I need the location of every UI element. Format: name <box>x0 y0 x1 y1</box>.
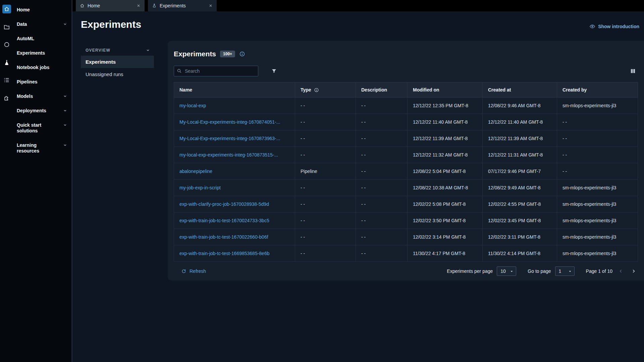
sidebar-item-label: Pipelines <box>17 79 57 85</box>
column-header-created-at: Created at <box>483 82 557 98</box>
experiments-panel: Experiments 100+ Na <box>168 41 644 281</box>
experiment-name-link[interactable]: My-Local-Exp-experiments-integ-167087396… <box>179 136 280 141</box>
table-header-row: Name Type Description Modified on Create… <box>174 82 638 98</box>
tab-home[interactable]: Home <box>76 0 145 11</box>
column-settings-button[interactable] <box>630 68 636 74</box>
per-page-value: 10 <box>500 268 506 274</box>
sidebar-item-label: Models <box>17 94 57 99</box>
tab-experiments[interactable]: Experiments <box>148 0 217 11</box>
home-icon <box>4 6 10 12</box>
subnav-item-experiments[interactable]: Experiments <box>81 56 154 68</box>
eye-icon <box>589 23 595 29</box>
rail-experiments-button[interactable] <box>2 58 11 67</box>
chevron-down-icon <box>63 123 67 127</box>
experiment-name-link[interactable]: my-local-exp-experiments-integ-167087351… <box>179 152 278 158</box>
table-row[interactable]: exp-with-train-job-tc-test-1670024733-3b… <box>174 213 638 229</box>
close-icon[interactable] <box>207 2 214 9</box>
home-icon <box>80 3 85 8</box>
subnav-item-unassigned-runs[interactable]: Unassigned runs <box>81 68 154 80</box>
experiment-name-link[interactable]: my-local-exp <box>179 103 206 108</box>
sidebar-item-quick-start-solutions[interactable]: Quick start solutions <box>17 118 70 138</box>
column-header-created-by: Created by <box>557 82 638 98</box>
subnav-item-label: Unassigned runs <box>86 71 123 77</box>
page-status: Page 1 of 10 <box>586 268 612 274</box>
rail-jobs-button[interactable] <box>2 76 11 84</box>
sidebar-item-label: AutoML <box>17 36 57 42</box>
chevron-left-icon <box>618 268 624 274</box>
experiment-name-link[interactable]: exp-with-train-job-tc-test-1670024733-3b… <box>179 218 269 223</box>
refresh-label: Refresh <box>190 268 206 274</box>
table-row[interactable]: abalonepipeline Pipeline - - 12/08/22 5:… <box>174 163 638 180</box>
rail-extensions-button[interactable] <box>2 94 11 102</box>
experiment-name-link[interactable]: My-Local-Exp-experiments-integ-167087405… <box>179 119 280 125</box>
folder-icon <box>3 24 10 31</box>
go-to-page-label: Go to page <box>528 268 551 274</box>
refresh-button[interactable]: Refresh <box>181 268 206 274</box>
info-icon[interactable] <box>239 51 245 57</box>
search-box <box>174 66 258 76</box>
sidebar-item-label: Notebook jobs <box>17 65 57 70</box>
experiment-name-link[interactable]: exp-with-train-job-tc-test-1669853685-8e… <box>179 251 269 256</box>
experiment-name-link[interactable]: my-job-exp-in-script <box>179 185 221 190</box>
search-icon <box>176 68 182 74</box>
rail-data-button[interactable] <box>2 23 11 32</box>
column-header-modified-on: Modified on <box>408 82 483 98</box>
table-row[interactable]: My-Local-Exp-experiments-integ-167087396… <box>174 130 638 147</box>
page-title: Experiments <box>81 19 141 30</box>
table-row[interactable]: my-local-exp - - - - 12/12/22 12:35 PM G… <box>174 98 638 114</box>
experiment-name-link[interactable]: exp-with-train-job-tc-test-1670022660-b0… <box>179 234 268 240</box>
puzzle-icon <box>3 95 10 101</box>
sidebar-item-automl[interactable]: AutoML <box>17 32 70 46</box>
sidebar-item-label: Quick start solutions <box>17 122 57 134</box>
sidebar-item-deployments[interactable]: Deployments <box>17 104 70 118</box>
previous-page-button[interactable] <box>616 267 625 276</box>
per-page-select[interactable]: 10 <box>497 266 516 276</box>
column-header-name: Name <box>174 82 295 98</box>
close-icon[interactable] <box>135 2 142 9</box>
show-introduction-label: Show introduction <box>598 24 639 29</box>
experiment-name-link[interactable]: exp-with-clarify-proc-job-1670028938-5d9… <box>179 201 269 207</box>
table-row[interactable]: my-job-exp-in-script - - - - 12/08/22 10… <box>174 180 638 196</box>
column-header-description: Description <box>356 82 408 98</box>
subnav-section-label: OVERVIEW <box>86 48 110 53</box>
column-header-type: Type <box>295 82 356 98</box>
table-row[interactable]: exp-with-train-job-tc-test-1670022660-b0… <box>174 229 638 245</box>
sidebar-item-pipelines[interactable]: Pipelines <box>17 75 70 89</box>
sidebar-item-label: Data <box>17 21 57 27</box>
sidebar-item-data[interactable]: Data <box>17 17 70 32</box>
experiments-table: Name Type Description Modified on Create… <box>174 82 638 262</box>
search-input[interactable] <box>174 66 258 76</box>
sidebar-item-notebook-jobs[interactable]: Notebook jobs <box>17 60 70 75</box>
sidebar-item-home[interactable]: Home <box>17 3 70 17</box>
sidebar-item-label: Experiments <box>17 50 57 56</box>
count-badge: 100+ <box>220 51 235 57</box>
filter-button[interactable] <box>271 68 277 74</box>
show-introduction-link[interactable]: Show introduction <box>589 23 639 29</box>
sidebar-item-label: Learning resources <box>17 142 57 154</box>
sidebar-item-models[interactable]: Models <box>17 89 70 104</box>
main-content: Experiments Show introduction OVERVIEW E… <box>72 11 644 362</box>
go-to-page-value: 1 <box>559 268 561 274</box>
experiments-icon <box>3 59 10 66</box>
next-page-button[interactable] <box>629 267 638 276</box>
sidebar-item-learning-resources[interactable]: Learning resources <box>17 138 70 158</box>
table-row[interactable]: my-local-exp-experiments-integ-167087351… <box>174 147 638 163</box>
table-row[interactable]: My-Local-Exp-experiments-integ-167087405… <box>174 114 638 130</box>
subnav-section-overview[interactable]: OVERVIEW <box>81 45 154 56</box>
tab-bar: Home Experiments <box>72 0 644 11</box>
table-row[interactable]: exp-with-train-job-tc-test-1669853685-8e… <box>174 245 638 262</box>
circle-icon <box>3 41 10 48</box>
table-toolbar <box>174 66 638 76</box>
pagination-controls: Experiments per page 10 Go to page 1 Pag… <box>447 266 638 276</box>
filter-icon <box>271 68 277 74</box>
panel-header: Experiments 100+ <box>174 48 638 60</box>
rail-home-button[interactable] <box>2 5 11 13</box>
go-to-page-select[interactable]: 1 <box>555 266 575 276</box>
info-icon[interactable] <box>314 87 319 93</box>
experiment-name-link[interactable]: abalonepipeline <box>179 169 212 174</box>
table-footer: Refresh Experiments per page 10 Go to pa… <box>174 262 638 281</box>
subnav: OVERVIEW Experiments Unassigned runs <box>81 45 154 80</box>
rail-automl-button[interactable] <box>2 40 11 49</box>
table-row[interactable]: exp-with-clarify-proc-job-1670028938-5d9… <box>174 196 638 213</box>
sidebar-item-experiments[interactable]: Experiments <box>17 46 70 60</box>
